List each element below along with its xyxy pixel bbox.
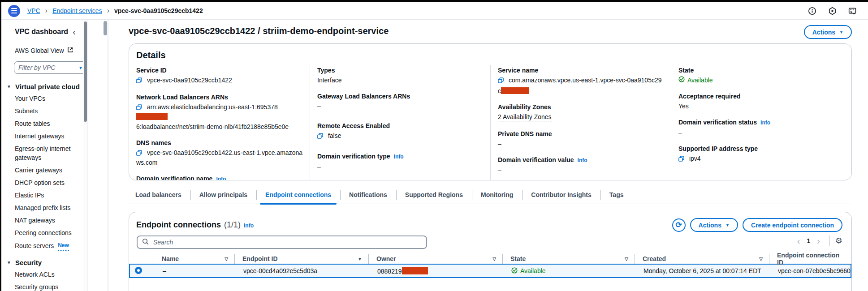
sidebar-item-elastic-ips[interactable]: Elastic IPs (1, 189, 83, 201)
filter-by-vpc-select[interactable]: Filter by VPC ▼ (14, 61, 87, 74)
refresh-button[interactable]: ⟳ (672, 218, 686, 232)
refresh-icon: ⟳ (675, 220, 682, 230)
column-header-endpoint-connection-id[interactable]: Endpoint connection ID (769, 252, 851, 266)
chevron-left-icon[interactable]: ‹ (793, 236, 804, 245)
sidebar-item-carrier-gateways[interactable]: Carrier gateways (1, 164, 83, 176)
details-column-2: Types Interface Gateway Load Balancers A… (310, 65, 490, 180)
filter-by-vpc-placeholder: Filter by VPC (18, 64, 78, 71)
column-header-endpoint-id[interactable]: Endpoint ID ▼ (234, 252, 368, 266)
column-header-created[interactable]: Created ▽ (635, 252, 769, 266)
field-dns-names: DNS names vpce-svc-0aa9105c29ccb1422.us-… (136, 138, 302, 167)
sidebar-item-network-acls[interactable]: Network ACLs (1, 268, 83, 281)
sidebar-item-route-servers[interactable]: Route servers New (1, 239, 83, 252)
availability-zones-link[interactable]: 2 Availability Zones (498, 113, 552, 121)
sidebar-item-aws-global-view[interactable]: AWS Global View (15, 47, 83, 54)
check-circle-icon (678, 76, 685, 85)
create-endpoint-connection-button[interactable]: Create endpoint connection (743, 218, 842, 232)
pagination: ‹ 1 › ⚙ (793, 235, 842, 246)
copy-icon[interactable] (136, 149, 142, 158)
copy-icon[interactable] (136, 77, 142, 86)
page-number[interactable]: 1 (804, 237, 813, 244)
sort-icon: ▼ (358, 257, 362, 261)
sidebar-item-route-tables[interactable]: Route tables (1, 117, 83, 130)
sidebar-item-your-vpcs[interactable]: Your VPCs (1, 92, 83, 105)
breadcrumb-link-vpc[interactable]: VPC (27, 7, 40, 14)
field-domain-verification-value: Domain verification value Info – (498, 155, 664, 175)
sidebar-vpc-list: Your VPCs Subnets Route tables Internet … (1, 92, 83, 252)
chevron-right-icon[interactable]: › (813, 236, 824, 245)
cloudshell-icon[interactable] (848, 7, 857, 15)
field-acceptance-required: Acceptance required Yes (678, 92, 844, 111)
copy-icon[interactable] (136, 103, 142, 112)
sidebar-section-security[interactable]: ▼ Security (7, 259, 83, 266)
column-header-name[interactable]: Name ▽ (154, 252, 234, 266)
copy-icon[interactable] (498, 77, 504, 86)
cell-name: – (155, 267, 235, 274)
field-domain-verification-status: Domain verification status Info – (678, 118, 844, 137)
info-link[interactable]: Info (760, 118, 770, 127)
sidebar-item-internet-gateways[interactable]: Internet gateways (1, 130, 83, 142)
redaction-box (136, 113, 168, 120)
field-gwlb-arns: Gateway Load Balancers ARNs – (317, 92, 483, 111)
sidebar-item-egress-only-internet-gateways[interactable]: Egress-only internet gateways (1, 142, 83, 164)
sidebar-item-dhcp-option-sets[interactable]: DHCP option sets (1, 176, 83, 189)
sidebar-item-managed-prefix-lists[interactable]: Managed prefix lists (1, 201, 83, 214)
aws-global-view-label: AWS Global View (15, 47, 64, 54)
sidebar-item-security-groups[interactable]: Security groups (1, 281, 83, 291)
page-actions-button[interactable]: Actions ▼ (804, 25, 852, 39)
copy-icon[interactable] (678, 155, 684, 164)
sidebar-scrollbar-thumb[interactable] (84, 21, 87, 122)
select-all-column (129, 252, 154, 266)
endpoint-connections-heading: Endpoint connections (1/1) Info (136, 220, 254, 230)
chevron-right-icon: › (45, 7, 48, 14)
column-header-state[interactable]: State ▽ (502, 252, 635, 266)
chevron-right-icon: › (107, 7, 109, 14)
breadcrumb-current: vpce-svc-0aa9105c29ccb1422 (114, 7, 203, 14)
tab-allow-principals[interactable]: Allow principals (190, 185, 256, 204)
tab-load-balancers[interactable]: Load balancers (129, 185, 190, 204)
amazon-q-icon[interactable] (828, 7, 837, 15)
tab-contributor-insights[interactable]: Contributor Insights (522, 185, 600, 204)
caret-down-icon: ▼ (78, 65, 83, 70)
redaction-box (402, 267, 428, 274)
field-availability-zones: Availability Zones 2 Availability Zones (498, 103, 664, 121)
sidebar-item-subnets[interactable]: Subnets (1, 105, 83, 117)
info-link[interactable]: Info (244, 223, 254, 229)
info-link[interactable]: Info (216, 175, 226, 180)
tab-supported-regions[interactable]: Supported Regions (396, 185, 472, 204)
settings-gear-icon[interactable]: ⚙ (835, 236, 842, 246)
info-icon[interactable] (808, 7, 816, 15)
connections-actions-button[interactable]: Actions ▼ (690, 218, 738, 232)
row-radio-selected[interactable] (135, 267, 142, 274)
hamburger-menu-button[interactable] (8, 5, 20, 17)
sidebar-item-peering-connections[interactable]: Peering connections (1, 227, 83, 239)
breadcrumb-link-endpoint-services[interactable]: Endpoint services (52, 7, 102, 14)
tab-monitoring[interactable]: Monitoring (472, 185, 522, 204)
sidebar-section-virtual-private-cloud[interactable]: ▼ Virtual private cloud (7, 83, 83, 90)
copy-icon[interactable] (317, 132, 323, 141)
tab-endpoint-connections[interactable]: Endpoint connections (256, 185, 340, 204)
tab-tags[interactable]: Tags (600, 185, 633, 204)
cell-state: Available (503, 267, 635, 275)
details-column-3: Service name com.amazonaws.vpce.us-east-… (490, 65, 671, 180)
tab-notifications[interactable]: Notifications (340, 185, 396, 204)
field-service-name: Service name com.amazonaws.vpce.us-east-… (498, 66, 664, 95)
field-types: Types Interface (317, 66, 483, 85)
sort-icon: ▽ (759, 257, 763, 261)
search-input[interactable] (152, 238, 422, 246)
caret-down-icon: ▼ (839, 30, 843, 34)
column-header-owner[interactable]: Owner ▽ (368, 252, 502, 266)
divider (829, 235, 830, 246)
sidebar-title: VPC dashboard (15, 28, 68, 36)
connections-count: (1/1) (224, 220, 241, 230)
field-state: State Available (678, 66, 844, 85)
menu-icon (11, 8, 17, 9)
sidebar-item-nat-gateways[interactable]: NAT gateways (1, 214, 83, 227)
details-column-4: State Available Acceptance required Yes … (671, 65, 851, 180)
details-heading: Details (136, 50, 851, 60)
caret-down-icon: ▼ (7, 84, 11, 89)
content-scrollbar-thumb[interactable] (104, 21, 107, 35)
collapse-sidebar-icon[interactable]: ‹ (73, 29, 76, 35)
info-link[interactable]: Info (394, 152, 404, 161)
info-link[interactable]: Info (578, 156, 587, 165)
